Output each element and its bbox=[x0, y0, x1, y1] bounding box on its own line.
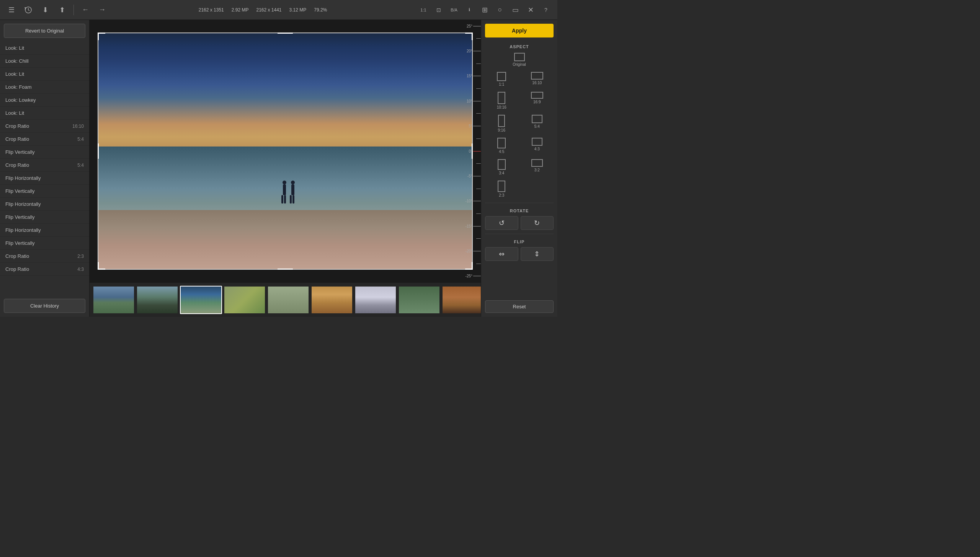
rotate-cw-button[interactable]: ↻ bbox=[521, 216, 554, 230]
clear-history-button[interactable]: Clear History bbox=[4, 299, 85, 313]
history-item[interactable]: Look: Chill bbox=[0, 55, 89, 68]
crop-handle-top[interactable] bbox=[278, 33, 293, 34]
filmstrip-thumbnail-winter[interactable] bbox=[354, 286, 397, 314]
rotate-ccw-button[interactable]: ↺ bbox=[485, 216, 518, 230]
center-area: 25°20°15°10°5°0°-5°-10°-15°-20°-25° bbox=[90, 20, 481, 317]
filmstrip-thumbnail-field[interactable] bbox=[224, 286, 266, 314]
help-icon[interactable]: ? bbox=[539, 3, 553, 17]
history-item-name: Look: Lowkey bbox=[5, 97, 36, 103]
compare-icon[interactable]: B/A bbox=[447, 3, 461, 17]
aspect-option-9-16[interactable]: 9:16 bbox=[485, 113, 518, 134]
history-item[interactable]: Crop Ratio2:3 bbox=[0, 250, 89, 263]
aspect-option-16-10[interactable]: 16:10 bbox=[521, 70, 554, 88]
ruler-tick-line bbox=[476, 113, 481, 114]
history-item[interactable]: Look: Lit bbox=[0, 107, 89, 120]
history-item[interactable]: Flip Vertically bbox=[0, 146, 89, 159]
fit-screen-icon[interactable]: ⊡ bbox=[432, 3, 446, 17]
rotate-section-label: ROTATE bbox=[481, 205, 557, 215]
brush-tool-icon[interactable]: ✕ bbox=[524, 3, 537, 17]
apply-button[interactable]: Apply bbox=[485, 24, 554, 37]
filmstrip-thumbnail-tower[interactable] bbox=[311, 286, 353, 314]
aspect-label-text: 2:3 bbox=[499, 193, 504, 197]
filmstrip-thumbnail-mountains[interactable] bbox=[93, 286, 135, 314]
aspect-option-10-16[interactable]: 10:16 bbox=[485, 90, 518, 111]
aspect-option-2-3[interactable]: 2:3 bbox=[485, 179, 518, 199]
history-item[interactable]: Look: Lowkey bbox=[0, 94, 89, 107]
crop-handle-left[interactable] bbox=[98, 143, 99, 159]
history-item[interactable]: Crop Ratio5:4 bbox=[0, 159, 89, 172]
history-item-name: Look: Lit bbox=[5, 45, 24, 51]
crop-corner-bl[interactable] bbox=[98, 262, 105, 270]
aspect-option-4-3[interactable]: 4:3 bbox=[521, 136, 554, 155]
main-area: Revert to Original Look: LitLook: ChillL… bbox=[0, 20, 557, 317]
image-size-2: 2162 x 1441 bbox=[256, 7, 281, 13]
info-icon[interactable]: ℹ bbox=[462, 3, 476, 17]
crop-corner-tr[interactable] bbox=[465, 33, 473, 40]
aspect-label-text: 3:4 bbox=[499, 171, 504, 175]
undo-icon[interactable]: ← bbox=[78, 3, 92, 17]
flip-horizontal-button[interactable]: ⇔ bbox=[485, 247, 518, 261]
crop-handle-right[interactable] bbox=[472, 143, 473, 159]
crop-corner-br[interactable] bbox=[465, 262, 473, 270]
ruler-tick: 25° bbox=[462, 20, 481, 33]
history-item[interactable]: Crop Ratio5:4 bbox=[0, 133, 89, 146]
ruler-tick: -25° bbox=[462, 270, 481, 282]
aspect-original[interactable]: Original bbox=[481, 50, 557, 69]
history-item-name: Flip Vertically bbox=[5, 214, 35, 220]
aspect-option-5-4[interactable]: 5:4 bbox=[521, 113, 554, 134]
crop-icon[interactable]: ⊞ bbox=[478, 3, 492, 17]
ruler-tick-line bbox=[473, 176, 481, 176]
image-size-1: 2162 x 1351 bbox=[199, 7, 224, 13]
history-item[interactable]: Flip Horizontally bbox=[0, 224, 89, 237]
history-item-badge: 2:3 bbox=[77, 254, 84, 259]
rotate-grid: ↺ ↻ bbox=[481, 215, 557, 231]
ruler-tick-line bbox=[476, 189, 481, 189]
flip-vertical-button[interactable]: ⇕ bbox=[521, 247, 554, 261]
ruler-tick-line bbox=[473, 226, 481, 226]
zoom-1to1-icon[interactable]: 1:1 bbox=[416, 3, 430, 17]
filmstrip-thumbnail-girl[interactable] bbox=[267, 286, 309, 314]
history-item[interactable]: Look: Foam bbox=[0, 81, 89, 94]
aspect-label-text: 16:9 bbox=[533, 100, 541, 104]
history-item[interactable]: Look: Lit bbox=[0, 42, 89, 55]
filmstrip-thumbnail-canyon[interactable] bbox=[442, 286, 481, 314]
reset-button[interactable]: Reset bbox=[485, 300, 554, 313]
thumbnail-image bbox=[443, 287, 481, 313]
aspect-option-3-2[interactable]: 3:2 bbox=[521, 158, 554, 177]
history-item[interactable]: Flip Vertically bbox=[0, 211, 89, 224]
circle-tool-icon[interactable]: ○ bbox=[493, 3, 507, 17]
aspect-label-text: 10:16 bbox=[497, 105, 506, 109]
history-item[interactable]: Crop Ratio4:3 bbox=[0, 263, 89, 276]
history-item[interactable]: Flip Vertically bbox=[0, 185, 89, 198]
canvas-area[interactable]: 25°20°15°10°5°0°-5°-10°-15°-20°-25° bbox=[90, 20, 481, 282]
history-item[interactable]: Flip Horizontally bbox=[0, 172, 89, 185]
aspect-option-4-5[interactable]: 4:5 bbox=[485, 136, 518, 155]
rect-tool-icon[interactable]: ▭ bbox=[508, 3, 522, 17]
history-item[interactable]: Look: Lit bbox=[0, 68, 89, 81]
svg-rect-6 bbox=[291, 184, 294, 195]
aspect-option-1-1[interactable]: 1:1 bbox=[485, 70, 518, 88]
redo-icon[interactable]: → bbox=[95, 3, 109, 17]
main-image bbox=[98, 33, 472, 269]
filmstrip-thumbnail-beach[interactable] bbox=[180, 286, 222, 314]
crop-handle-bottom[interactable] bbox=[278, 269, 293, 270]
history-icon[interactable] bbox=[21, 3, 35, 17]
crop-corner-tl[interactable] bbox=[98, 33, 105, 40]
history-item-badge: 5:4 bbox=[77, 137, 84, 142]
history-item[interactable]: Flip Vertically bbox=[0, 237, 89, 250]
history-item[interactable]: Flip Horizontally bbox=[0, 198, 89, 211]
upload-icon[interactable]: ⬆ bbox=[55, 3, 69, 17]
svg-rect-7 bbox=[290, 195, 292, 204]
download-icon[interactable]: ⬇ bbox=[38, 3, 52, 17]
ruler-tick-line bbox=[473, 151, 481, 151]
aspect-option-3-4[interactable]: 3:4 bbox=[485, 158, 518, 177]
history-item-name: Crop Ratio bbox=[5, 266, 29, 272]
menu-icon[interactable]: ☰ bbox=[5, 3, 18, 17]
history-item-name: Flip Horizontally bbox=[5, 175, 41, 181]
filmstrip-thumbnail-forest[interactable] bbox=[398, 286, 440, 314]
ruler-tick-line bbox=[473, 126, 481, 126]
revert-button[interactable]: Revert to Original bbox=[4, 24, 85, 38]
filmstrip-thumbnail-road[interactable] bbox=[136, 286, 178, 314]
history-item[interactable]: Crop Ratio16:10 bbox=[0, 120, 89, 133]
aspect-option-16-9[interactable]: 16:9 bbox=[521, 90, 554, 111]
